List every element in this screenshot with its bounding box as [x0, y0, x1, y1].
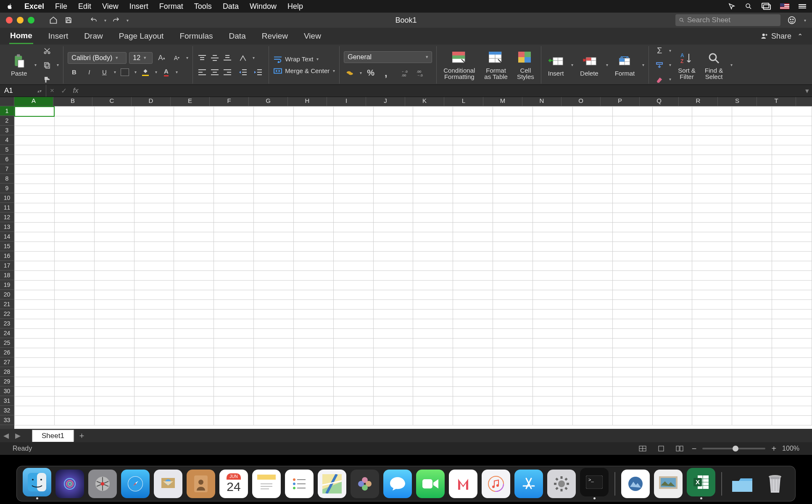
- column-header-B[interactable]: B: [53, 97, 92, 106]
- cell-S6[interactable]: [732, 155, 772, 165]
- cell-C6[interactable]: [94, 155, 134, 165]
- cell-M20[interactable]: [493, 290, 533, 300]
- cell-B2[interactable]: [54, 116, 94, 126]
- cell-O8[interactable]: [572, 174, 612, 184]
- row-header-13[interactable]: 13: [0, 222, 14, 232]
- cell-T17[interactable]: [772, 261, 812, 271]
- find-select-dropdown[interactable]: ▾: [730, 63, 733, 67]
- cell-D6[interactable]: [134, 155, 174, 165]
- cell-H33[interactable]: [293, 416, 333, 425]
- row-header-1[interactable]: 1: [0, 106, 14, 116]
- view-page-layout-button[interactable]: [655, 443, 667, 454]
- cell-Q3[interactable]: [652, 126, 692, 136]
- cell-L3[interactable]: [453, 126, 493, 136]
- cell-I2[interactable]: [333, 116, 373, 126]
- cell-I15[interactable]: [333, 242, 373, 252]
- cell-I20[interactable]: [333, 290, 373, 300]
- cell-F1[interactable]: [214, 107, 254, 116]
- column-header-F[interactable]: F: [210, 97, 249, 106]
- cell-E29[interactable]: [174, 377, 214, 387]
- cell-O15[interactable]: [572, 242, 612, 252]
- column-header-S[interactable]: S: [718, 97, 757, 106]
- cell-H32[interactable]: [293, 406, 333, 416]
- cell-Q7[interactable]: [652, 165, 692, 174]
- cell-B26[interactable]: [54, 348, 94, 358]
- menu-data[interactable]: Data: [223, 2, 239, 11]
- cell-S18[interactable]: [732, 271, 772, 281]
- cell-H26[interactable]: [293, 348, 333, 358]
- cell-S4[interactable]: [732, 136, 772, 145]
- row-header-11[interactable]: 11: [0, 203, 14, 213]
- cell-O4[interactable]: [572, 136, 612, 145]
- cell-T27[interactable]: [772, 358, 812, 368]
- cell-E4[interactable]: [174, 136, 214, 145]
- cell-F15[interactable]: [214, 242, 254, 252]
- cell-K20[interactable]: [413, 290, 453, 300]
- cell-G16[interactable]: [254, 252, 294, 261]
- cell-F7[interactable]: [214, 165, 254, 174]
- search-sheet-input[interactable]: Search Sheet: [675, 14, 780, 26]
- fill-color-button[interactable]: [139, 66, 152, 78]
- cell-L23[interactable]: [453, 319, 493, 329]
- cut-button[interactable]: [41, 45, 53, 57]
- cell-C20[interactable]: [94, 290, 134, 300]
- cell-O28[interactable]: [572, 368, 612, 377]
- fullscreen-window-button[interactable]: [28, 17, 34, 24]
- cell-F18[interactable]: [214, 271, 254, 281]
- cell-R32[interactable]: [692, 406, 732, 416]
- row-header-32[interactable]: 32: [0, 406, 14, 415]
- cell-J7[interactable]: [373, 165, 413, 174]
- delete-cells-button[interactable]: Delete: [577, 53, 601, 76]
- cell-O12[interactable]: [572, 213, 612, 223]
- cell-C15[interactable]: [94, 242, 134, 252]
- tab-home[interactable]: Home: [9, 29, 33, 44]
- cell-B9[interactable]: [54, 184, 94, 194]
- formula-input[interactable]: [82, 85, 802, 97]
- cell-B25[interactable]: [54, 339, 94, 348]
- align-right-button[interactable]: [222, 66, 232, 78]
- cell-G27[interactable]: [254, 358, 294, 368]
- cell-J20[interactable]: [373, 290, 413, 300]
- cell-T29[interactable]: [772, 377, 812, 387]
- cell-E17[interactable]: [174, 261, 214, 271]
- feedback-dropdown[interactable]: ▾: [804, 18, 806, 23]
- cell-B12[interactable]: [54, 213, 94, 223]
- cell-I13[interactable]: [333, 223, 373, 232]
- cell-I32[interactable]: [333, 406, 373, 416]
- cell-S29[interactable]: [732, 377, 772, 387]
- cell-L10[interactable]: [453, 194, 493, 203]
- cell-H23[interactable]: [293, 319, 333, 329]
- cell-G17[interactable]: [254, 261, 294, 271]
- cell-N2[interactable]: [533, 116, 572, 126]
- cell-K29[interactable]: [413, 377, 453, 387]
- cell-K1[interactable]: [413, 107, 453, 116]
- zoom-in-button[interactable]: +: [771, 444, 776, 454]
- cell-E24[interactable]: [174, 329, 214, 339]
- cell-O29[interactable]: [572, 377, 612, 387]
- cell-Q28[interactable]: [652, 368, 692, 377]
- cell-Q33[interactable]: [652, 416, 692, 425]
- cell-O25[interactable]: [572, 339, 612, 348]
- cell-M4[interactable]: [493, 136, 533, 145]
- row-header-28[interactable]: 28: [0, 367, 14, 377]
- cell-T14[interactable]: [772, 232, 812, 242]
- cell-G21[interactable]: [254, 300, 294, 310]
- smiley-feedback-icon[interactable]: [786, 15, 797, 26]
- cell-A31[interactable]: [15, 396, 55, 406]
- cell-M14[interactable]: [493, 232, 533, 242]
- cell-O16[interactable]: [572, 252, 612, 261]
- cell-R6[interactable]: [692, 155, 732, 165]
- row-header-10[interactable]: 10: [0, 193, 14, 203]
- cell-Q18[interactable]: [652, 271, 692, 281]
- cell-R11[interactable]: [692, 203, 732, 213]
- expand-formula-bar[interactable]: ▾: [802, 87, 812, 95]
- cell-H16[interactable]: [293, 252, 333, 261]
- sort-filter-button[interactable]: AZ Sort & Filter: [675, 50, 698, 80]
- cell-E25[interactable]: [174, 339, 214, 348]
- cell-S9[interactable]: [732, 184, 772, 194]
- cell-C32[interactable]: [94, 406, 134, 416]
- cells-area[interactable]: [14, 106, 812, 429]
- cell-T31[interactable]: [772, 396, 812, 406]
- cell-F2[interactable]: [214, 116, 254, 126]
- cell-I6[interactable]: [333, 155, 373, 165]
